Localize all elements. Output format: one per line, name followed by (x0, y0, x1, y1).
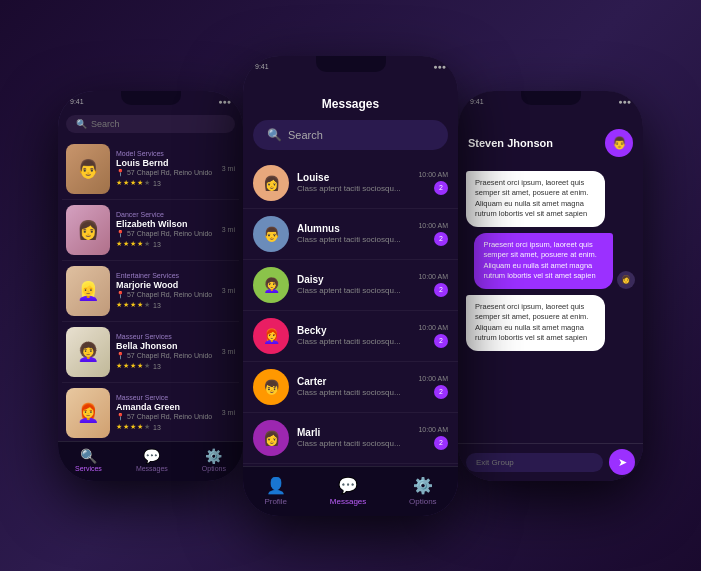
center-search-bar[interactable]: 🔍 Search (253, 120, 448, 150)
service-name: Amanda Green (116, 402, 216, 412)
sent-avatar: 👩 (617, 271, 635, 289)
service-location: 📍 57 Chapel Rd, Reino Unido (116, 169, 216, 177)
nav-item-services[interactable]: 🔍 Services (75, 448, 102, 472)
left-search-input[interactable] (91, 119, 225, 129)
service-type: Dancer Service (116, 211, 216, 218)
avatar: 👩‍🦰 (253, 318, 289, 354)
left-notch (121, 91, 181, 105)
right-notch (521, 91, 581, 105)
unread-badge: 2 (434, 385, 448, 399)
avatar: 👩 (66, 205, 110, 255)
chat-area: Praesent orci ipsum, laoreet quis semper… (458, 165, 643, 443)
right-header: Steven Jhonson 👨 (458, 111, 643, 165)
right-contact-name: Steven Jhonson (468, 137, 553, 149)
message-time: 10:00 AM (418, 324, 448, 331)
rating-stars: ★★★★★ 13 (116, 179, 216, 187)
nav-item-options[interactable]: ⚙️ Options (202, 448, 226, 472)
phones-container: 9:41 ●●● 🔍 👨 Model Services Louis Be (58, 56, 643, 516)
avatar: 👨 (253, 216, 289, 252)
message-list: 👩 Louise Class aptent taciti sociosqu...… (243, 158, 458, 466)
center-title: Messages (322, 97, 379, 111)
message-preview: Class aptent taciti sociosqu... (297, 286, 410, 295)
rating-stars: ★★★★★ 13 (116, 423, 216, 431)
list-item[interactable]: 👩 Louise Class aptent taciti sociosqu...… (243, 158, 458, 209)
center-screen: 9:41 ●●● Messages 🔍 Search 👩 Louise Clas… (243, 56, 458, 516)
message-preview: Class aptent taciti sociosqu... (297, 439, 410, 448)
unread-badge: 2 (434, 436, 448, 450)
list-item[interactable]: 👩 Dancer Service Elizabeth Wilson 📍 57 C… (62, 200, 239, 261)
right-phone: 9:41 ●●● Steven Jhonson 👨 Praesent orci … (458, 91, 643, 481)
contact-name: Carter (297, 376, 410, 387)
avatar: 👱‍♀️ (66, 266, 110, 316)
service-distance: 3 mi (222, 226, 235, 233)
unread-badge: 2 (434, 232, 448, 246)
nav-label-options: Options (202, 465, 226, 472)
contact-name: Louise (297, 172, 410, 183)
chat-row-received: Praesent orci ipsum, laoreet quis semper… (466, 171, 635, 227)
center-header: Messages (243, 76, 458, 120)
nav-item-messages[interactable]: 💬 Messages (136, 448, 168, 472)
center-phone: 9:41 ●●● Messages 🔍 Search 👩 Louise Clas… (243, 56, 458, 516)
list-item[interactable]: 👱‍♀️ Entertainer Services Marjorie Wood … (62, 261, 239, 322)
nav-label-messages: Messages (330, 497, 366, 506)
avatar: 👩‍🦰 (66, 388, 110, 438)
left-phone: 9:41 ●●● 🔍 👨 Model Services Louis Be (58, 91, 243, 481)
chat-bubble-received-2: Praesent orci ipsum, laoreet quis semper… (466, 295, 605, 351)
service-name: Bella Jhonson (116, 341, 216, 351)
service-type: Masseur Service (116, 394, 216, 401)
contact-name: Becky (297, 325, 410, 336)
list-item[interactable]: 👩‍🦱 Masseur Services Bella Jhonson 📍 57 … (62, 322, 239, 383)
nav-label-options: Options (409, 497, 437, 506)
avatar: 👨 (66, 144, 110, 194)
center-search-icon: 🔍 (267, 128, 282, 142)
rating-stars: ★★★★★ 13 (116, 301, 216, 309)
nav-item-messages[interactable]: 💬 Messages (330, 476, 366, 506)
list-item[interactable]: 👩‍🦱 Daisy Class aptent taciti sociosqu..… (243, 260, 458, 311)
send-icon: ➤ (618, 456, 627, 469)
messages-icon: 💬 (338, 476, 358, 495)
service-location: 📍 57 Chapel Rd, Reino Unido (116, 352, 216, 360)
service-distance: 3 mi (222, 287, 235, 294)
center-bottom-nav: 👤 Profile 💬 Messages ⚙️ Options (243, 466, 458, 516)
chat-input[interactable] (466, 453, 603, 472)
list-item[interactable]: 👩‍🦰 Masseur Service Amanda Green 📍 57 Ch… (62, 383, 239, 441)
services-icon: 🔍 (80, 448, 97, 464)
nav-item-profile[interactable]: 👤 Profile (264, 476, 287, 506)
avatar: 👩 (253, 420, 289, 456)
message-preview: Class aptent taciti sociosqu... (297, 235, 410, 244)
nav-item-options[interactable]: ⚙️ Options (409, 476, 437, 506)
service-type: Model Services (116, 150, 216, 157)
contact-avatar: 👨 (605, 129, 633, 157)
send-button[interactable]: ➤ (609, 449, 635, 475)
search-icon: 🔍 (76, 119, 87, 129)
center-notch (316, 56, 386, 72)
list-item[interactable]: 👨 Alumnus Class aptent taciti sociosqu..… (243, 209, 458, 260)
service-location: 📍 57 Chapel Rd, Reino Unido (116, 291, 216, 299)
list-item[interactable]: 👩‍🦰 Becky Class aptent taciti sociosqu..… (243, 311, 458, 362)
unread-badge: 2 (434, 181, 448, 195)
unread-badge: 2 (434, 283, 448, 297)
service-name: Elizabeth Wilson (116, 219, 216, 229)
list-item[interactable]: 👨 Model Services Louis Bernd 📍 57 Chapel… (62, 139, 239, 200)
contact-name: Daisy (297, 274, 410, 285)
chat-bubble-received: Praesent orci ipsum, laoreet quis semper… (466, 171, 605, 227)
contact-name: Marli (297, 427, 410, 438)
profile-icon: 👤 (266, 476, 286, 495)
service-name: Marjorie Wood (116, 280, 216, 290)
avatar: 👩‍🦱 (66, 327, 110, 377)
list-item[interactable]: 👩 Marli Class aptent taciti sociosqu... … (243, 413, 458, 464)
message-preview: Class aptent taciti sociosqu... (297, 388, 410, 397)
service-type: Masseur Services (116, 333, 216, 340)
center-search-placeholder: Search (288, 129, 323, 141)
nav-label-profile: Profile (264, 497, 287, 506)
messages-icon: 💬 (143, 448, 160, 464)
message-time: 10:00 AM (418, 171, 448, 178)
avatar: 👦 (253, 369, 289, 405)
list-item[interactable]: 👦 Carter Class aptent taciti sociosqu...… (243, 362, 458, 413)
service-location: 📍 57 Chapel Rd, Reino Unido (116, 413, 216, 421)
list-item[interactable]: 👩‍🦳 Joan Class aptent taciti sociosqu...… (243, 464, 458, 466)
left-screen: 9:41 ●●● 🔍 👨 Model Services Louis Be (58, 91, 243, 481)
left-search-bar[interactable]: 🔍 (66, 115, 235, 133)
avatar: 👩‍🦱 (253, 267, 289, 303)
chat-row-received-2: Praesent orci ipsum, laoreet quis semper… (466, 295, 635, 351)
